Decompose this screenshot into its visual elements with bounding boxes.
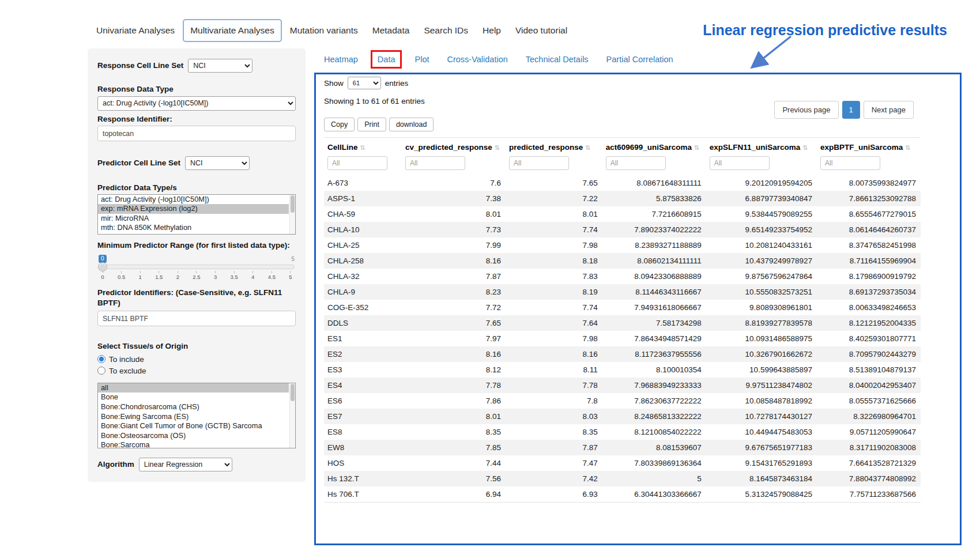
table-cell-value: 8.16 bbox=[506, 346, 602, 362]
filter-input-expbptf-unisarcoma[interactable] bbox=[820, 156, 880, 170]
tissue-option-bone-osteosarcoma-os[interactable]: Bone:Osteosarcoma (OS) bbox=[98, 431, 289, 441]
tissue-option-all[interactable]: all bbox=[98, 383, 289, 393]
slider-tick-mark bbox=[215, 271, 216, 273]
response-cell-line-set-select[interactable]: NCI bbox=[188, 59, 252, 73]
tissue-origin-label: Select Tissue/s of Origin bbox=[97, 341, 296, 352]
table-cell-value: 8.70957902443279 bbox=[817, 346, 921, 362]
filter-input-expslfn11-unisarcoma[interactable] bbox=[710, 156, 770, 170]
response-data-type-label: Response Data Type bbox=[97, 84, 296, 95]
print-button[interactable]: Print bbox=[357, 118, 386, 131]
data-type-option-mir-microrna[interactable]: mir: MicroRNA bbox=[98, 214, 289, 224]
column-header-cellline[interactable]: CellLine⇅ bbox=[324, 138, 402, 157]
table-cell-value: 7.86434948571429 bbox=[602, 331, 706, 346]
table-cell-value: 8.69137293735034 bbox=[817, 284, 921, 300]
pagination: Previous page 1 Next page bbox=[774, 101, 914, 119]
results-tab-technical-details[interactable]: Technical Details bbox=[526, 55, 589, 64]
table-cell-value: 8.01 bbox=[506, 206, 602, 222]
download-button[interactable]: download bbox=[389, 118, 434, 131]
table-cell-value: 8.18 bbox=[506, 253, 602, 269]
column-header-act609699-unisarcoma[interactable]: act609699_uniSarcoma⇅ bbox=[602, 138, 706, 157]
table-cell-value: 8.12100854022222 bbox=[602, 424, 706, 440]
column-header-cv-predicted-response[interactable]: cv_predicted_response⇅ bbox=[402, 138, 506, 157]
column-header-expslfn11-unisarcoma[interactable]: expSLFN11_uniSarcoma⇅ bbox=[706, 138, 817, 157]
slider-tick-label: 2.5 bbox=[193, 274, 200, 280]
nav-tab-multivariate-analyses[interactable]: Multivariate Analyses bbox=[183, 19, 282, 42]
filter-input-cv-predicted-response[interactable] bbox=[405, 156, 465, 170]
data-type-option-exp-mrna-expression-log2[interactable]: exp: mRNA Expression (log2) bbox=[98, 204, 289, 214]
radio-label: To include bbox=[109, 355, 144, 364]
results-tab-cross-validation[interactable]: Cross-Validation bbox=[447, 55, 507, 64]
slider-tick-mark bbox=[178, 271, 178, 273]
annotation-arrow-icon bbox=[745, 33, 797, 73]
results-tab-data[interactable]: Data bbox=[371, 50, 402, 69]
slider-handle[interactable] bbox=[98, 262, 107, 271]
min-predictor-range-slider[interactable]: 0 5 00.511.522.533.544.55 bbox=[99, 255, 295, 280]
page-1-button[interactable]: 1 bbox=[842, 101, 860, 119]
table-cell-value: 10.599643885897 bbox=[706, 362, 817, 378]
column-label: expBPTF_uniSarcoma bbox=[820, 143, 903, 152]
tissue-option-bone-ewing-sarcoma-es[interactable]: Bone:Ewing Sarcoma (ES) bbox=[98, 412, 289, 422]
table-row: EW87.857.878.0815396079.676756519771838.… bbox=[324, 440, 921, 455]
predictor-cell-line-set-select[interactable]: NCI bbox=[185, 156, 250, 170]
page: { "annotation": { "title": "Linear regre… bbox=[0, 0, 980, 551]
slider-track[interactable] bbox=[99, 265, 295, 269]
tissue-mode-option-to-include[interactable]: To include bbox=[97, 355, 296, 364]
nav-tab-univariate-analyses[interactable]: Univariate Analyses bbox=[90, 20, 181, 41]
table-cell-value: 10.3267901662672 bbox=[706, 346, 817, 362]
predictor-identifiers-input[interactable] bbox=[97, 311, 296, 326]
filter-input-predicted-response[interactable] bbox=[509, 156, 569, 170]
filter-input-cellline[interactable] bbox=[327, 156, 387, 170]
filter-input-act609699-unisarcoma[interactable] bbox=[606, 156, 666, 170]
slider-tick: 5 bbox=[287, 271, 295, 280]
next-page-button[interactable]: Next page bbox=[864, 101, 914, 119]
response-data-type-select[interactable]: act: Drug Activity (-log10[IC50M]) bbox=[97, 96, 296, 111]
previous-page-button[interactable]: Previous page bbox=[774, 101, 838, 119]
table-cell-value: 7.86613253092788 bbox=[817, 191, 921, 206]
scrollbar-thumb[interactable] bbox=[291, 195, 295, 213]
column-header-expbptf-unisarcoma[interactable]: expBPTF_uniSarcoma⇅ bbox=[817, 138, 921, 157]
table-cell-value: 8.01 bbox=[402, 409, 506, 424]
tissue-option-bone-sarcoma[interactable]: Bone:Sarcoma bbox=[98, 440, 289, 448]
algorithm-select[interactable]: Linear Regression bbox=[139, 458, 232, 471]
scrollbar[interactable] bbox=[289, 383, 295, 448]
radio-label: To exclude bbox=[109, 367, 146, 375]
results-tab-partial-correlation[interactable]: Partial Correlation bbox=[606, 55, 673, 64]
table-cell-cellline: COG-E-352 bbox=[324, 300, 402, 315]
show-entries-prefix: Show bbox=[324, 79, 344, 88]
predictor-data-types-list[interactable]: act: Drug Activity (-log10[IC50M])exp: m… bbox=[97, 194, 296, 235]
entries-count-select[interactable]: 61 bbox=[348, 77, 381, 89]
nav-tab-metadata[interactable]: Metadata bbox=[366, 20, 416, 41]
data-type-option-mth-dna-850k-methylation[interactable]: mth: DNA 850K Methylation bbox=[98, 223, 289, 233]
column-filter-cell bbox=[402, 156, 506, 175]
table-row: CHLA-257.997.988.2389327118888910.208124… bbox=[324, 237, 921, 253]
to-include-radio[interactable] bbox=[97, 355, 105, 363]
scrollbar-thumb[interactable] bbox=[291, 384, 295, 401]
nav-tab-mutation-variants[interactable]: Mutation variants bbox=[284, 20, 364, 41]
data-type-option-act-drug-activity-log10-ic50m[interactable]: act: Drug Activity (-log10[IC50M]) bbox=[98, 195, 289, 205]
table-cell-value: 6.88797739340847 bbox=[706, 191, 817, 206]
response-cell-line-set-field: Response Cell Line Set NCI bbox=[97, 59, 296, 73]
table-cell-value: 8.19 bbox=[506, 284, 602, 300]
tissue-mode-radio-group: To includeTo exclude bbox=[97, 355, 296, 375]
nav-tab-help[interactable]: Help bbox=[476, 20, 507, 41]
response-identifier-label: Response Identifier: bbox=[97, 114, 296, 124]
tissue-list[interactable]: allBoneBone:Chondrosarcoma (CHS)Bone:Ewi… bbox=[97, 383, 296, 448]
tissue-option-bone[interactable]: Bone bbox=[98, 393, 289, 402]
column-header-predicted-response[interactable]: predicted_response⇅ bbox=[506, 138, 602, 157]
tissue-mode-option-to-exclude[interactable]: To exclude bbox=[97, 367, 296, 375]
nav-tab-video-tutorial[interactable]: Video tutorial bbox=[509, 20, 574, 41]
slider-tick-label: 0.5 bbox=[118, 274, 125, 280]
table-row: CHLA-98.238.198.1144634311666710.5550832… bbox=[324, 284, 921, 300]
response-identifier-input[interactable] bbox=[97, 126, 296, 141]
table-cell-value: 5.31324579088425 bbox=[706, 486, 817, 503]
table-cell-value: 8.100010354 bbox=[602, 362, 706, 378]
tissue-option-bone-giant-cell-tumor-of-bone-gctb-sarcoma[interactable]: Bone:Giant Cell Tumor of Bone (GCTB) Sar… bbox=[98, 421, 289, 431]
tissue-option-bone-chondrosarcoma-chs[interactable]: Bone:Chondrosarcoma (CHS) bbox=[98, 402, 289, 412]
results-tab-plot[interactable]: Plot bbox=[414, 55, 429, 64]
to-exclude-radio[interactable] bbox=[97, 367, 105, 375]
scrollbar[interactable] bbox=[289, 195, 295, 234]
results-tab-heatmap[interactable]: Heatmap bbox=[324, 55, 358, 64]
table-cell-value: 8.11446343116667 bbox=[602, 284, 706, 300]
copy-button[interactable]: Copy bbox=[324, 118, 355, 131]
nav-tab-search-ids[interactable]: Search IDs bbox=[417, 20, 474, 41]
